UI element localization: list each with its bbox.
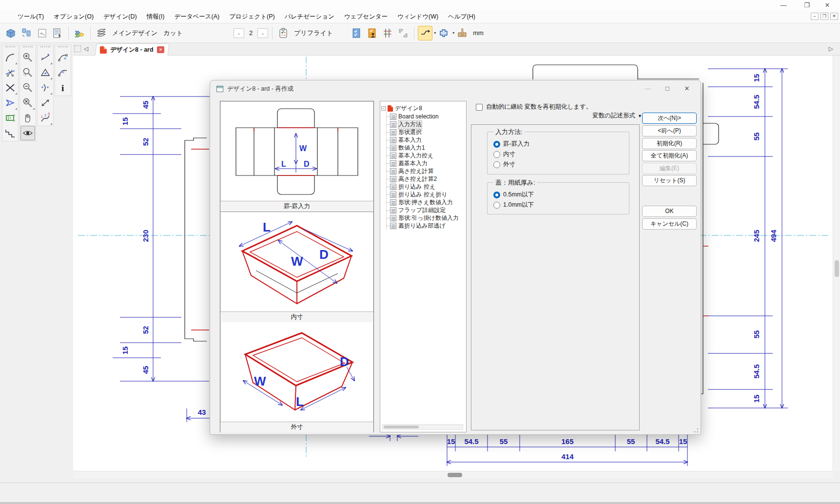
measure-tool-icon[interactable] xyxy=(38,96,53,110)
zoom-region-tool-icon[interactable] xyxy=(20,65,35,80)
info-tool-icon[interactable]: i xyxy=(56,80,70,95)
dialog-button-cancel[interactable]: キャンセル(C) xyxy=(642,218,697,230)
svg-text:15: 15 xyxy=(752,74,761,82)
design-doc-icon xyxy=(388,105,393,112)
tree-item[interactable]: 基本入力 xyxy=(387,136,465,144)
tree-horizontal-scrollbar[interactable] xyxy=(382,424,463,430)
svg-text:D: D xyxy=(340,354,349,369)
numbered-line-tool-icon[interactable]: 123 xyxy=(38,111,53,125)
bezier-edit-tool-icon[interactable] xyxy=(56,65,70,80)
eye-tool-icon[interactable] xyxy=(20,126,35,140)
tree-root[interactable]: − デザイン8 xyxy=(381,104,465,113)
preview-panel: W L D 罫-罫入力 xyxy=(220,101,374,432)
application-window: — ❐ ✕ ツール(T)オプション(O)デザイン(D)情報(I)データベース(A… xyxy=(0,0,840,504)
svg-text:230: 230 xyxy=(141,230,150,242)
tree-item[interactable]: フラップ詳細設定 xyxy=(387,206,465,214)
dialog-button-ok[interactable]: OK xyxy=(642,206,697,217)
arc-tool-icon[interactable] xyxy=(38,80,53,95)
dialog-title: デザイン8 - ard - 再作成 xyxy=(227,85,293,93)
dialog-button-0[interactable]: 次へ(N)> xyxy=(642,113,697,124)
cut-tool-icon[interactable] xyxy=(3,65,18,80)
tree-items: Board selection入力方法形状選択基本入力数値入力1基本入力控え蓋基… xyxy=(386,113,465,230)
radio-option[interactable]: 罫-罫入力 xyxy=(493,139,629,149)
radio-option[interactable]: 1.0mm以下 xyxy=(493,200,629,210)
tree-item[interactable]: Board selection xyxy=(387,113,465,120)
toolbar-grip[interactable] xyxy=(58,46,68,50)
radio-button[interactable] xyxy=(493,141,500,148)
rectangle-tool-icon[interactable] xyxy=(3,111,18,125)
radio-option[interactable]: 外寸 xyxy=(493,159,629,170)
tree-item-label: 入力方法 xyxy=(398,120,422,129)
tree-item[interactable]: 蓋折り込み部逃げ xyxy=(387,222,465,230)
tree-item[interactable]: 数値入力1 xyxy=(387,144,465,152)
flip-tool-icon[interactable] xyxy=(38,65,53,80)
dialog-button-2[interactable]: 初期化(R) xyxy=(642,138,697,149)
step-form-icon xyxy=(390,192,396,198)
zoom-reset-tool-icon[interactable] xyxy=(20,96,35,110)
auto-reinit-row: 自動的に継続 変数を再初期化します。 xyxy=(476,103,592,111)
auto-reinit-checkbox[interactable] xyxy=(476,104,483,111)
svg-text:15: 15 xyxy=(121,117,129,126)
delete-tool-icon[interactable] xyxy=(3,80,18,95)
dialog-button-1[interactable]: <前へ(P) xyxy=(642,125,697,136)
bezier-plus-tool-icon[interactable] xyxy=(56,50,70,65)
tree-item[interactable]: 形状:引っ掛け数値入力 xyxy=(387,214,465,222)
outer-box-drawing: W L D xyxy=(220,322,373,422)
svg-text:D: D xyxy=(319,247,329,262)
tree-item[interactable]: 高さ控え計算 xyxy=(387,167,465,175)
tree-item[interactable]: 入力方法 xyxy=(387,120,465,128)
radio-label: 内寸 xyxy=(503,150,515,158)
tree-item[interactable]: 高さ控え計算2 xyxy=(387,175,465,183)
radio-button[interactable] xyxy=(493,202,500,209)
radio-button[interactable] xyxy=(493,161,500,168)
dialog-icon xyxy=(216,86,223,92)
variable-format-label: 変数の記述形式 xyxy=(592,112,635,119)
variable-format-dropdown[interactable]: 変数の記述形式▼ xyxy=(579,112,642,120)
toolbar-grip[interactable] xyxy=(5,46,15,50)
preview-inner-dims: L D W 内寸 xyxy=(220,212,373,323)
radio-option[interactable]: 内寸 xyxy=(493,149,629,159)
tree-item-label: 蓋折り込み部逃げ xyxy=(398,222,446,230)
line-angle-tool-icon[interactable] xyxy=(38,50,53,65)
tool-column: i xyxy=(55,45,71,96)
svg-text:1: 1 xyxy=(41,115,43,118)
dialog-resize-grip[interactable] xyxy=(694,428,699,433)
preview-caption: 罫-罫入力 xyxy=(220,201,373,212)
toolbar-grip[interactable] xyxy=(40,46,50,50)
svg-text:D: D xyxy=(304,160,310,168)
dialog-button-column: 次へ(N)><前へ(P)初期化(R)全て初期化(A)編集(E)リセット(S)OK… xyxy=(642,80,699,434)
tree-item[interactable]: 基本入力控え xyxy=(387,152,465,159)
zoom-out-tool-icon[interactable] xyxy=(20,80,35,95)
radio-button[interactable] xyxy=(493,151,500,158)
toolbar-grip[interactable] xyxy=(23,46,33,50)
svg-text:55: 55 xyxy=(752,330,761,339)
tree-item[interactable]: 折り込み 控え xyxy=(387,183,465,191)
zoom-in-tool-icon[interactable] xyxy=(20,50,35,65)
dialog-button-5[interactable]: リセット(S) xyxy=(642,175,697,186)
pan-tool-icon[interactable] xyxy=(20,111,35,125)
stairs-tool-icon[interactable] xyxy=(3,126,18,140)
svg-text:L: L xyxy=(281,160,286,168)
radio-option[interactable]: 0.5mm以下 xyxy=(493,190,629,200)
radio-button[interactable] xyxy=(493,192,500,198)
tree-item-label: 形状:押さえ数値入力 xyxy=(398,198,453,207)
step-form-icon xyxy=(390,168,396,174)
tree-item[interactable]: 形状選択 xyxy=(387,128,465,136)
tree-collapse-icon[interactable]: − xyxy=(381,106,386,111)
preview-caption: 内寸 xyxy=(220,311,373,322)
dialog-titlebar[interactable]: デザイン8 - ard - 再作成 xyxy=(210,80,701,97)
svg-text:245: 245 xyxy=(752,230,761,242)
arrowhead-tool-icon[interactable] xyxy=(3,96,18,110)
dialog-button-3[interactable]: 全て初期化(A) xyxy=(642,150,697,161)
preview-outer-dims: W L D 外寸 xyxy=(220,322,373,433)
svg-text:W: W xyxy=(299,144,307,153)
tree-hscroll-thumb[interactable] xyxy=(384,426,419,428)
dropdown-arrow-icon: ▼ xyxy=(638,114,642,118)
tree-item[interactable]: 形状:押さえ数値入力 xyxy=(387,198,465,206)
corner-tool-icon[interactable] xyxy=(3,50,18,65)
step-options-panel: 入力方法:罫-罫入力内寸外寸蓋：用紙厚み:0.5mm以下1.0mm以下 xyxy=(471,124,640,430)
svg-text:15: 15 xyxy=(447,437,455,446)
tree-item[interactable]: 折り込み 控え折り xyxy=(387,191,465,198)
svg-text:45: 45 xyxy=(141,101,150,109)
tree-item[interactable]: 蓋基本入力 xyxy=(387,159,465,167)
